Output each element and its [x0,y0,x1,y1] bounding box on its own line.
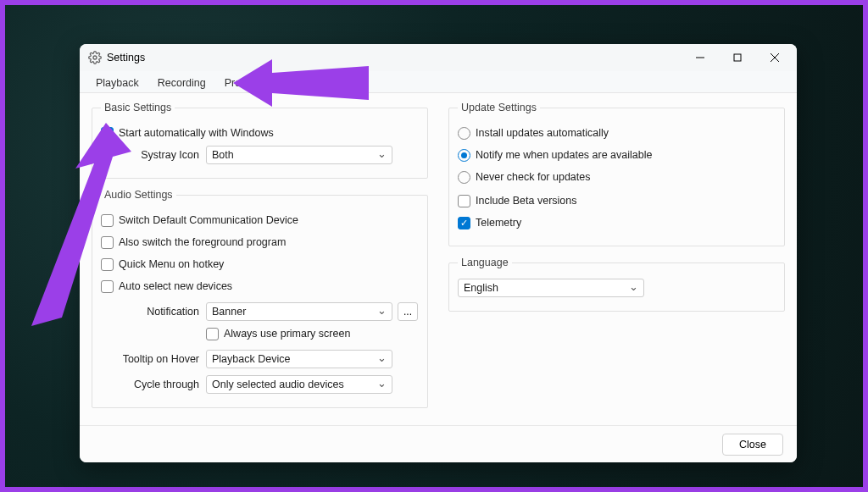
tooltip-hover-label: Tooltip on Hover [118,353,199,365]
auto-select-checkbox[interactable] [101,280,114,293]
close-window-button[interactable] [756,45,793,70]
svg-rect-2 [734,54,741,61]
auto-select-label: Auto select new devices [119,280,232,292]
always-primary-label: Always use primary screen [224,328,350,340]
cycle-through-label: Cycle through [118,379,199,390]
right-column: Update Settings Install updates automati… [448,102,785,417]
include-beta-checkbox[interactable] [458,195,470,207]
cycle-through-select[interactable]: Only selected audio devices [206,375,392,394]
language-select[interactable]: English [458,279,644,297]
tab-recording[interactable]: Recording [148,73,215,92]
titlebar: Settings [80,44,797,71]
close-button[interactable]: Close [722,434,783,456]
update-never-radio[interactable] [458,171,470,184]
switch-comm-checkbox[interactable] [101,214,114,227]
start-automatically-label: Start automatically with Windows [119,127,274,139]
left-column: Basic Settings Start automatically with … [92,102,428,417]
tab-playback[interactable]: Playback [86,73,148,92]
basic-settings-group: Basic Settings Start automatically with … [92,102,428,179]
tab-profiles[interactable]: Profiles [215,73,270,92]
telemetry-checkbox[interactable] [458,217,470,229]
maximize-button[interactable] [719,45,756,70]
audio-settings-group: Audio Settings Switch Default Communicat… [92,189,428,408]
notification-more-button[interactable]: ... [398,302,418,321]
minimize-button[interactable] [682,45,719,70]
tab-bar: Playback Recording Profiles Settings [80,71,797,93]
update-auto-radio[interactable] [458,127,470,140]
dialog-footer: Close [80,425,797,462]
also-foreground-checkbox[interactable] [101,236,114,249]
switch-comm-label: Switch Default Communication Device [119,214,298,226]
update-notify-label: Notify me when updates are available [476,149,652,161]
content-area: Basic Settings Start automatically with … [80,93,797,425]
update-never-label: Never check for updates [476,171,591,183]
include-beta-label: Include Beta versions [476,195,577,207]
notification-select[interactable]: Banner [206,302,392,321]
systray-icon-select[interactable]: Both [206,146,392,164]
basic-settings-legend: Basic Settings [101,102,175,113]
svg-point-0 [93,56,97,59]
update-notify-radio[interactable] [458,149,470,162]
window-controls [682,45,793,70]
tooltip-hover-select[interactable]: Playback Device [206,350,392,368]
telemetry-label: Telemetry [476,217,521,229]
always-primary-checkbox[interactable] [206,328,219,340]
gear-icon [88,51,102,64]
update-settings-group: Update Settings Install updates automati… [448,102,785,246]
update-settings-legend: Update Settings [458,102,540,113]
quick-menu-checkbox[interactable] [101,258,114,271]
also-foreground-label: Also switch the foreground program [119,236,286,248]
systray-icon-label: Systray Icon [118,149,199,161]
tab-settings[interactable]: Settings [269,74,326,93]
start-automatically-checkbox[interactable] [101,127,114,140]
quick-menu-label: Quick Menu on hotkey [119,258,224,270]
update-auto-label: Install updates automatically [476,127,609,139]
window-title: Settings [107,52,145,64]
language-group: Language English [448,257,785,312]
notification-label: Notification [118,306,199,318]
language-legend: Language [458,257,512,268]
settings-window: Settings Playback Recording Profiles Set… [80,44,797,462]
audio-settings-legend: Audio Settings [101,189,176,201]
